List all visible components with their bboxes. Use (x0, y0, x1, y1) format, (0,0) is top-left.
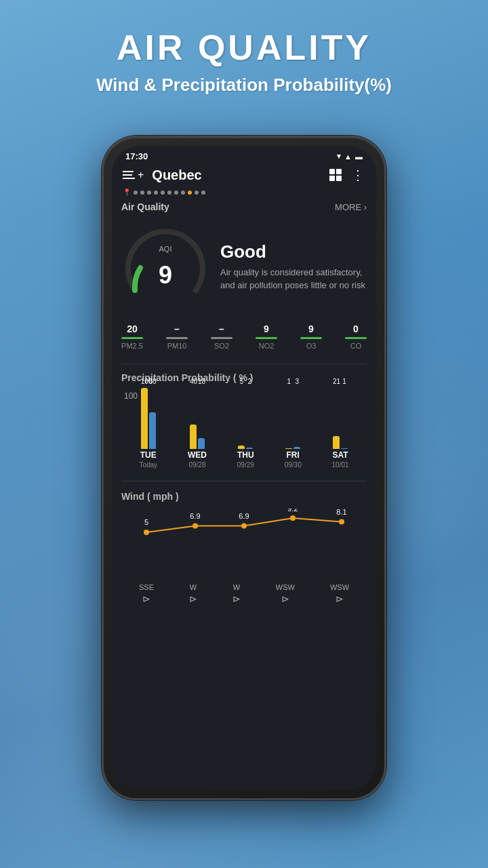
tue-night-val: 60 (149, 378, 156, 385)
pm25-label: PM2.5 (121, 342, 143, 350)
chart-bars: 100 60 TUE Today (124, 403, 364, 471)
gauge-wrapper: AQI 9 (121, 226, 209, 307)
add-city-icon[interactable]: + (138, 169, 144, 181)
more-options-icon[interactable]: ⋮ (351, 167, 365, 183)
pm10-bar (166, 337, 188, 339)
status-time: 17:30 (125, 151, 148, 161)
so2-bar (211, 337, 232, 339)
wind-val-4: 9.2 (287, 509, 298, 513)
wind-dir-4: WSW (276, 583, 295, 591)
main-title: AIR QUALITY (0, 27, 488, 68)
o3-label: O3 (306, 342, 317, 350)
dot-1[interactable] (134, 191, 138, 195)
menu-icon[interactable] (123, 171, 135, 179)
thu-day-bar (238, 446, 245, 449)
precip-day-tue: 100 60 TUE Today (139, 378, 157, 469)
so2-label: SO2 (214, 342, 229, 350)
pollutant-co: 0 CO (345, 323, 367, 350)
phone-mockup: 17:30 ▾ ▲ ▬ + Quebec ⋮ (102, 136, 386, 800)
wed-bar-pair (190, 388, 205, 449)
dot-4[interactable] (154, 191, 158, 195)
aqi-description: Air quality is considered satisfactory, … (220, 267, 367, 291)
wind-dot-1 (144, 530, 149, 535)
sat-night-bar (341, 448, 348, 449)
wind-dot-4 (290, 515, 296, 521)
precip-chart: 100 100 60 TUE (121, 391, 367, 478)
dot-8[interactable] (181, 191, 185, 195)
precip-day-fri: 1 3 FRI 09/30 (285, 378, 302, 469)
wind-arrow-3: ⊳ (232, 593, 241, 604)
wind-day-5: WSW ⊳ (330, 583, 349, 604)
sat-night-val: 1 (341, 378, 348, 385)
wed-night-bar (198, 438, 205, 449)
pollutant-pm25: 20 PM2.5 (121, 323, 143, 350)
wind-dir-2: W (190, 583, 197, 591)
wind-line-svg: 5 6.9 6.9 9.2 8.1 (121, 509, 367, 556)
thu-day-val: 5 (238, 378, 245, 385)
dot-5[interactable] (161, 191, 165, 195)
wind-day-1: SSE ⊳ (139, 583, 154, 604)
sat-day-bar (333, 436, 340, 449)
thu-date: 09/29 (237, 461, 254, 469)
thu-night-bar (246, 448, 253, 449)
so2-value: – (219, 323, 224, 334)
pollutant-so2: – SO2 (211, 323, 232, 350)
pm10-label: PM10 (167, 342, 187, 350)
gauge-value: 9 (159, 261, 172, 290)
wind-day-4: WSW ⊳ (276, 583, 295, 604)
status-bar: 17:30 ▾ ▲ ▬ (112, 146, 376, 164)
dot-7[interactable] (174, 191, 178, 195)
fri-day-val: 1 (285, 378, 292, 385)
sat-name: SAT (333, 450, 348, 460)
co-bar (345, 337, 367, 339)
o3-value: 9 (308, 323, 314, 334)
phone-outer: 17:30 ▾ ▲ ▬ + Quebec ⋮ (102, 136, 386, 800)
wind-title: Wind ( mph ) (121, 491, 367, 502)
wind-dir-3: W (233, 583, 240, 591)
header-section: AIR QUALITY Wind & Precipitation Probabi… (0, 0, 488, 96)
wind-arrow-5: ⊳ (336, 593, 344, 604)
fri-name: FRI (287, 450, 300, 460)
wind-val-3: 6.9 (239, 512, 249, 520)
thu-bar-pair (238, 388, 253, 449)
signal-icon: ▲ (344, 153, 352, 161)
wind-chart: 5 6.9 6.9 9.2 8.1 (121, 509, 367, 563)
co-label: CO (350, 342, 362, 350)
wind-dot-3 (241, 524, 247, 529)
wind-val-5: 8.1 (336, 509, 346, 516)
dot-11[interactable] (201, 191, 205, 195)
wind-arrow-1: ⊳ (142, 593, 150, 604)
wind-day-3: W ⊳ (232, 583, 241, 604)
main-subtitle: Wind & Precipitation Probability(%) (0, 75, 488, 96)
fri-day-bar (285, 448, 292, 449)
no2-bar (256, 337, 277, 339)
co-value: 0 (353, 323, 359, 334)
sat-day-val: 21 (333, 378, 340, 385)
dot-active[interactable] (188, 191, 192, 195)
tue-date: Today (139, 461, 157, 469)
aqi-more-link[interactable]: MORE (335, 202, 367, 212)
wed-night-val: 18 (198, 378, 205, 385)
dot-6[interactable] (167, 191, 171, 195)
nav-actions: ⋮ (329, 167, 365, 183)
thu-name: THU (237, 450, 254, 460)
page-dots: 📍 (112, 187, 376, 201)
battery-icon: ▬ (355, 153, 363, 161)
dot-3[interactable] (147, 191, 151, 195)
tue-name: TUE (140, 450, 157, 460)
wind-dot-2 (192, 524, 198, 529)
wind-val-1: 5 (144, 518, 148, 526)
fri-date: 09/30 (285, 461, 302, 469)
grid-icon[interactable] (329, 169, 342, 181)
tue-bar-pair (141, 388, 156, 449)
dot-2[interactable] (140, 191, 144, 195)
dot-10[interactable] (195, 191, 199, 195)
pm10-value: – (174, 323, 180, 334)
section-divider (121, 363, 367, 364)
location-pin-icon: 📍 (123, 189, 131, 196)
precip-day-sat: 21 1 SAT 10/01 (332, 378, 349, 469)
wind-day-2: W ⊳ (189, 583, 197, 604)
nav-bar: + Quebec ⋮ (112, 164, 376, 187)
tue-day-val: 100 (141, 378, 148, 385)
gauge-label: AQI (159, 245, 172, 253)
